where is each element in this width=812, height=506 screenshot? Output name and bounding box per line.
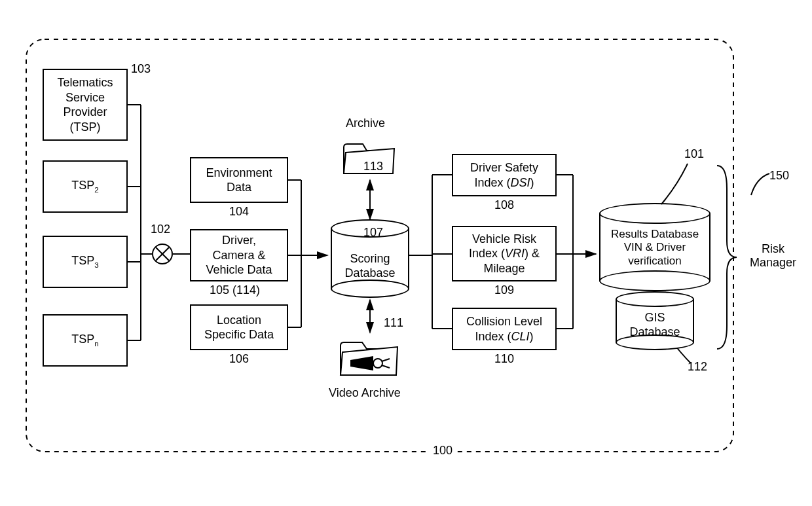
results-db-cylinder: Results Database VIN & Driver verificati… — [599, 203, 710, 291]
video-archive-label: Video Archive — [329, 386, 401, 400]
vri-l1: Vehicle Risk — [472, 232, 536, 245]
risk-l1: Risk — [762, 242, 784, 255]
ref-109: 109 — [494, 283, 514, 297]
ref-107: 107 — [363, 226, 383, 240]
results-l3: verification — [628, 255, 681, 267]
dsi-em: DSI — [511, 176, 530, 189]
ref-110: 110 — [494, 352, 514, 366]
vri-l2a: Index ( — [469, 247, 505, 260]
tspn-label: TSP — [71, 333, 94, 346]
ref-150: 150 — [769, 169, 789, 183]
cli-l2a: Index ( — [475, 330, 511, 343]
cli-l2b: ) — [530, 330, 534, 343]
loc-l1: Location — [217, 314, 261, 327]
dsi-l1: Driver Safety — [470, 161, 538, 174]
ref-102: 102 — [151, 223, 170, 236]
results-l1: Results Database — [611, 228, 699, 240]
tsp3-sub: 3 — [94, 261, 99, 269]
cli-l1: Collision Level — [466, 315, 542, 328]
gis-db-cylinder: GIS Database — [616, 291, 694, 350]
cli-box: Collision Level Index (CLI) — [452, 308, 557, 350]
cli-em: CLI — [511, 330, 530, 343]
video-archive-folder-icon — [337, 333, 403, 384]
driver-data-box: Driver, Camera & Vehicle Data — [190, 229, 288, 281]
vri-em: VRI — [505, 247, 525, 260]
scoring-l1: Scoring — [350, 252, 390, 265]
dsi-l2a: Index ( — [474, 176, 510, 189]
tsp1-l3: Provider — [63, 105, 107, 118]
dsi-l2b: ) — [530, 176, 534, 189]
tsp2-sub: 2 — [94, 185, 99, 194]
tsp-box-1: Telematics Service Provider (TSP) — [43, 69, 128, 141]
tsp3-label: TSP — [71, 254, 94, 267]
ref-100: 100 — [429, 444, 456, 458]
ref-113: 113 — [363, 160, 383, 173]
junction-icon — [151, 242, 174, 268]
vri-l4: Mileage — [483, 262, 525, 275]
drv-l1: Driver, — [222, 234, 256, 247]
ref-104: 104 — [229, 205, 249, 219]
curly-brace-icon — [714, 162, 740, 355]
results-l2: VIN & Driver — [624, 241, 686, 253]
archive-label: Archive — [346, 117, 385, 130]
dsi-box: Driver Safety Index (DSI) — [452, 154, 557, 196]
drv-l3: Vehicle Data — [206, 263, 272, 276]
risk-l2: Manager — [750, 256, 796, 269]
tsp2-label: TSP — [71, 179, 94, 192]
env-l2: Data — [227, 181, 251, 194]
ref-105: 105 (114) — [210, 283, 260, 297]
env-l1: Environment — [206, 166, 272, 179]
location-data-box: Location Specific Data — [190, 304, 288, 350]
tsp1-l4: (TSP) — [70, 120, 101, 134]
vri-l2b: ) & — [525, 247, 540, 260]
drv-l2: Camera & — [212, 249, 265, 262]
tsp1-l1: Telematics — [57, 76, 113, 89]
ref-112: 112 — [688, 360, 707, 374]
env-data-box: Environment Data — [190, 157, 288, 203]
tsp-box-n: TSPn — [43, 314, 128, 367]
ref-106: 106 — [229, 352, 249, 366]
ref-108: 108 — [494, 198, 514, 212]
tsp-box-3: TSP3 — [43, 236, 128, 288]
archive-folder-icon — [341, 134, 399, 183]
loc-l2: Specific Data — [204, 328, 274, 341]
ref-101: 101 — [684, 147, 704, 161]
tspn-sub: n — [94, 339, 99, 348]
tsp-box-2: TSP2 — [43, 160, 128, 213]
gis-l2: Database — [629, 325, 680, 338]
risk-manager-label: Risk Manager — [750, 242, 796, 270]
tsp1-l2: Service — [65, 91, 105, 104]
gis-l1: GIS — [644, 311, 665, 324]
vri-box: Vehicle Risk Index (VRI) & Mileage — [452, 226, 557, 281]
scoring-l2: Database — [344, 266, 395, 280]
ref-111: 111 — [384, 316, 403, 330]
ref-103: 103 — [131, 62, 151, 76]
diagram-canvas: Telematics Service Provider (TSP) TSP2 T… — [0, 0, 812, 506]
